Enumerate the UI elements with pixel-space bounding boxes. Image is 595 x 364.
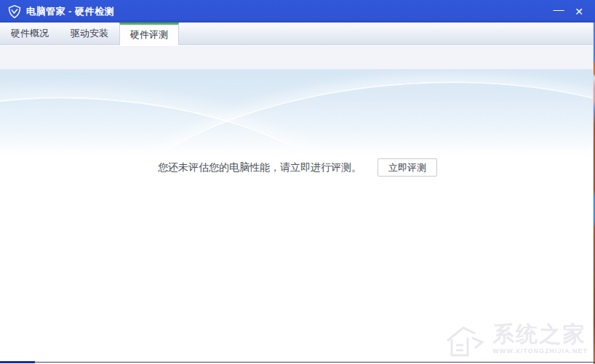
minimize-button[interactable]: — (548, 4, 569, 20)
decorative-wave-banner (0, 70, 595, 155)
tab-hardware-overview[interactable]: 硬件概况 (0, 23, 60, 44)
window-title: 电脑管家 - 硬件检测 (26, 5, 114, 18)
house-icon (443, 323, 488, 358)
pc-manager-window: 电脑管家 - 硬件检测 — ✕ 硬件概况 驱动安装 硬件评测 您还未评估您的电脑… (0, 0, 595, 364)
tab-driver-install[interactable]: 驱动安装 (60, 23, 119, 44)
titlebar: 电脑管家 - 硬件检测 — ✕ (0, 0, 595, 23)
tabbar: 硬件概况 驱动安装 硬件评测 (0, 23, 595, 45)
watermark: 系统之家 www.xitongzhijia.net (443, 323, 588, 358)
watermark-brand: 系统之家 (492, 323, 586, 345)
close-button[interactable]: ✕ (569, 4, 589, 20)
start-benchmark-button[interactable]: 立即评测 (378, 158, 437, 177)
tab-hardware-benchmark[interactable]: 硬件评测 (119, 23, 179, 45)
watermark-url: www.xitongzhijia.net (492, 347, 588, 355)
bottom-border-line (0, 362, 595, 363)
benchmark-prompt-text: 您还未评估您的电脑性能，请立即进行评测。 (158, 161, 362, 174)
shield-check-icon (7, 4, 22, 19)
sub-header-band (0, 46, 595, 70)
watermark-text-column: 系统之家 www.xitongzhijia.net (492, 323, 588, 355)
bottom-left-accent-line (0, 361, 35, 363)
main-content: 您还未评估您的电脑性能，请立即进行评测。 立即评测 系统之家 www.xiton… (0, 46, 595, 364)
benchmark-prompt-row: 您还未评估您的电脑性能，请立即进行评测。 立即评测 (0, 158, 595, 177)
